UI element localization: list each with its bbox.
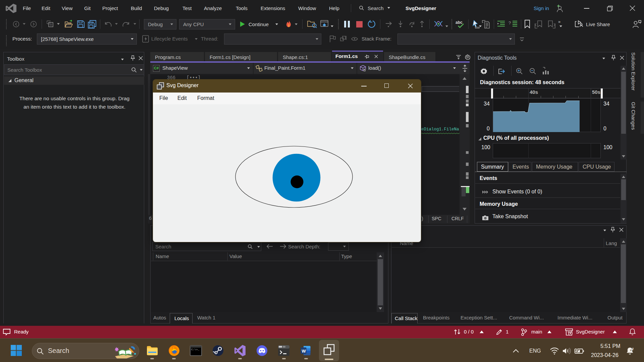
svg-text:z: z [632, 347, 634, 351]
svg-text:z: z [630, 349, 632, 352]
svg-text:?: ? [508, 21, 511, 26]
svg-text:C:\>_: C:\>_ [191, 348, 199, 351]
svg-text:abc: abc [455, 20, 463, 25]
svg-text:W: W [302, 349, 306, 354]
